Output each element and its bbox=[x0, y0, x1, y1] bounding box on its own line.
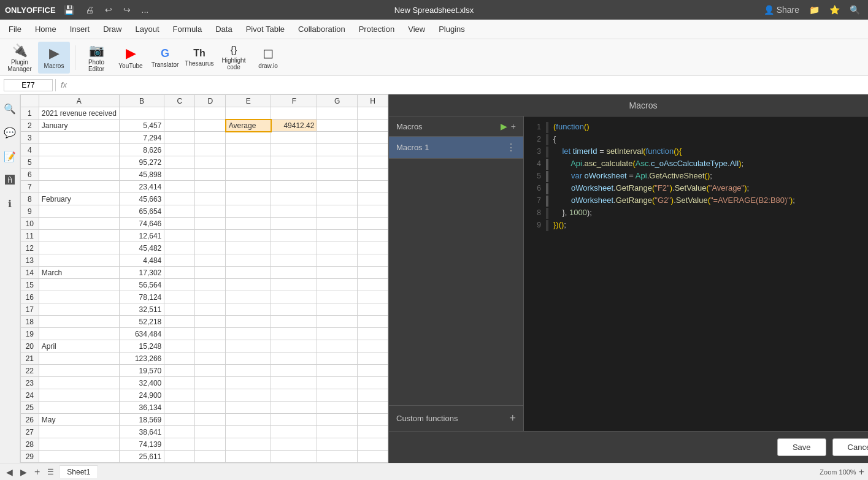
run-macro-button[interactable]: ▶ bbox=[501, 121, 507, 131]
cell-r11-c1[interactable] bbox=[39, 230, 119, 242]
cell-r6-c4[interactable] bbox=[195, 169, 226, 181]
cell-r6-c5[interactable] bbox=[226, 169, 271, 181]
cell-r26-c3[interactable] bbox=[164, 414, 195, 426]
cell-r5-c3[interactable] bbox=[164, 156, 195, 169]
row-header-14[interactable]: 14 bbox=[21, 267, 39, 279]
col-header-e[interactable]: E bbox=[226, 95, 271, 107]
cell-r27-c1[interactable] bbox=[39, 426, 119, 438]
cell-r20-c3[interactable] bbox=[164, 340, 195, 352]
cell-r5-c2[interactable]: 95,272 bbox=[119, 156, 164, 169]
cell-r18-c8[interactable] bbox=[357, 316, 388, 328]
cell-r10-c4[interactable] bbox=[195, 218, 226, 230]
cell-r28-c2[interactable]: 74,139 bbox=[119, 438, 164, 451]
cell-r1-c6[interactable] bbox=[271, 107, 317, 120]
cell-r13-c6[interactable] bbox=[271, 254, 317, 267]
side-comment-icon[interactable]: 💬 bbox=[0, 123, 20, 142]
col-header-d[interactable]: D bbox=[195, 95, 226, 107]
cell-r18-c1[interactable] bbox=[39, 316, 119, 328]
menu-formula[interactable]: Formula bbox=[167, 22, 209, 36]
cell-r2-c1[interactable]: January bbox=[39, 120, 119, 132]
cell-r2-c7[interactable] bbox=[317, 120, 357, 132]
cell-r20-c6[interactable] bbox=[271, 340, 317, 352]
cell-r9-c3[interactable] bbox=[164, 205, 195, 218]
cell-r21-c2[interactable]: 123,266 bbox=[119, 352, 164, 365]
cell-r23-c1[interactable] bbox=[39, 377, 119, 389]
row-header-13[interactable]: 13 bbox=[21, 254, 39, 267]
search-button[interactable]: 🔍 bbox=[847, 4, 863, 16]
menu-pivot-table[interactable]: Pivot Table bbox=[240, 22, 291, 36]
sheet-list-button[interactable]: ☰ bbox=[45, 468, 56, 476]
more-button[interactable]: ... bbox=[139, 4, 152, 16]
menu-protection[interactable]: Protection bbox=[353, 22, 401, 36]
cell-r26-c8[interactable] bbox=[357, 414, 388, 426]
next-sheet-button[interactable]: ▶ bbox=[18, 467, 29, 477]
cell-r29-c7[interactable] bbox=[317, 451, 357, 463]
cell-r16-c5[interactable] bbox=[226, 291, 271, 303]
cell-r9-c8[interactable] bbox=[357, 205, 388, 218]
cell-r12-c3[interactable] bbox=[164, 242, 195, 254]
cell-r30-c1[interactable] bbox=[39, 463, 119, 463]
cell-r2-c3[interactable] bbox=[164, 120, 195, 132]
cell-r21-c3[interactable] bbox=[164, 352, 195, 365]
cell-r10-c3[interactable] bbox=[164, 218, 195, 230]
cell-r1-c7[interactable] bbox=[317, 107, 357, 120]
row-header-7[interactable]: 7 bbox=[21, 181, 39, 193]
cell-r16-c3[interactable] bbox=[164, 291, 195, 303]
cell-r19-c6[interactable] bbox=[271, 328, 317, 340]
cell-r23-c7[interactable] bbox=[317, 377, 357, 389]
cell-r8-c1[interactable]: February bbox=[39, 193, 119, 205]
row-header-23[interactable]: 23 bbox=[21, 377, 39, 389]
cell-r22-c4[interactable] bbox=[195, 365, 226, 377]
cell-reference-input[interactable] bbox=[4, 79, 53, 91]
cell-r21-c8[interactable] bbox=[357, 352, 388, 365]
cell-r14-c8[interactable] bbox=[357, 267, 388, 279]
cell-r18-c7[interactable] bbox=[317, 316, 357, 328]
cell-r17-c3[interactable] bbox=[164, 303, 195, 316]
cell-r25-c5[interactable] bbox=[226, 402, 271, 414]
macro-item-1-menu[interactable]: ⋮ bbox=[506, 142, 516, 153]
cell-r26-c1[interactable]: May bbox=[39, 414, 119, 426]
cell-r4-c8[interactable] bbox=[357, 144, 388, 156]
cell-r10-c2[interactable]: 74,646 bbox=[119, 218, 164, 230]
cell-r15-c5[interactable] bbox=[226, 279, 271, 291]
menu-file[interactable]: File bbox=[2, 22, 28, 36]
cell-r12-c8[interactable] bbox=[357, 242, 388, 254]
share-button[interactable]: 👤 Share bbox=[761, 4, 802, 16]
cell-r15-c7[interactable] bbox=[317, 279, 357, 291]
cell-r22-c3[interactable] bbox=[164, 365, 195, 377]
menu-home[interactable]: Home bbox=[29, 22, 63, 36]
row-header-30[interactable]: 30 bbox=[21, 463, 39, 463]
menu-plugins[interactable]: Plugins bbox=[432, 22, 471, 36]
cell-r25-c8[interactable] bbox=[357, 402, 388, 414]
redo-button[interactable]: ↪ bbox=[120, 4, 134, 16]
cell-r8-c6[interactable] bbox=[271, 193, 317, 205]
cell-r20-c4[interactable] bbox=[195, 340, 226, 352]
cell-r9-c5[interactable] bbox=[226, 205, 271, 218]
cell-r11-c4[interactable] bbox=[195, 230, 226, 242]
cell-r3-c5[interactable] bbox=[226, 132, 271, 144]
cell-r24-c3[interactable] bbox=[164, 389, 195, 402]
youtube-button[interactable]: ▶ YouTube bbox=[115, 42, 147, 74]
cell-r25-c1[interactable] bbox=[39, 402, 119, 414]
add-custom-function-button[interactable]: + bbox=[509, 412, 516, 425]
cell-r11-c8[interactable] bbox=[357, 230, 388, 242]
side-text-icon[interactable]: 🅰 bbox=[1, 171, 18, 189]
cell-r24-c8[interactable] bbox=[357, 389, 388, 402]
cell-r27-c7[interactable] bbox=[317, 426, 357, 438]
cell-r12-c6[interactable] bbox=[271, 242, 317, 254]
cell-r12-c1[interactable] bbox=[39, 242, 119, 254]
cell-r15-c4[interactable] bbox=[195, 279, 226, 291]
row-header-15[interactable]: 15 bbox=[21, 279, 39, 291]
cell-r5-c4[interactable] bbox=[195, 156, 226, 169]
row-header-1[interactable]: 1 bbox=[21, 107, 39, 120]
cell-r8-c2[interactable]: 45,663 bbox=[119, 193, 164, 205]
col-header-f[interactable]: F bbox=[271, 95, 317, 107]
cell-r12-c7[interactable] bbox=[317, 242, 357, 254]
cell-r17-c4[interactable] bbox=[195, 303, 226, 316]
cell-r27-c8[interactable] bbox=[357, 426, 388, 438]
row-header-20[interactable]: 20 bbox=[21, 340, 39, 352]
cell-r27-c3[interactable] bbox=[164, 426, 195, 438]
cell-r25-c4[interactable] bbox=[195, 402, 226, 414]
cell-r26-c7[interactable] bbox=[317, 414, 357, 426]
cell-r9-c6[interactable] bbox=[271, 205, 317, 218]
